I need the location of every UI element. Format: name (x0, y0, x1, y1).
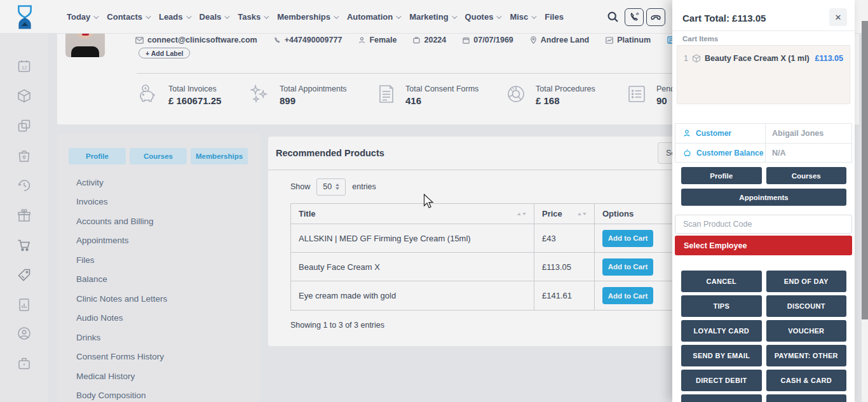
voucher-button[interactable]: VOUCHER (766, 320, 847, 342)
window-scrollbar[interactable] (862, 0, 868, 402)
cart-items-box: 1 Beauty Face Cream X (1 ml) £113.05 (677, 45, 850, 104)
courses-button[interactable]: Courses (766, 167, 847, 184)
cart-nav-buttons: Profile Courses Appointments (681, 167, 846, 206)
cart-action-button[interactable] (681, 394, 762, 402)
scan-product-code-input[interactable] (675, 215, 852, 234)
discount-button[interactable]: DISCOUNT (766, 295, 847, 317)
cart-item-name: Beauty Face Cream X (1 ml) (705, 54, 810, 63)
package-icon (692, 54, 701, 63)
tips-button[interactable]: TIPS (681, 295, 762, 317)
payment-other-button[interactable]: PAYMENT: OTHER (766, 345, 847, 366)
person-icon (683, 130, 691, 137)
cart-item: 1 Beauty Face Cream X (1 ml) £113.05 (677, 46, 850, 63)
loyalty-card-button[interactable]: LOYALTY CARD (681, 320, 762, 342)
customer-balance-value: N/A (766, 144, 851, 162)
cart-item-qty: 1 (684, 54, 688, 63)
profile-button[interactable]: Profile (681, 167, 762, 184)
customer-label: Customer (696, 129, 731, 138)
scrollbar-thumb[interactable] (862, 21, 868, 319)
customer-row[interactable]: Customer Abigail Jones (675, 124, 851, 143)
cart-action-button[interactable] (766, 394, 847, 402)
customer-balance-row[interactable]: Customer Balance N/A (675, 143, 851, 162)
piggy-bank-icon (683, 149, 691, 157)
customer-box: Customer Abigail Jones Customer Balance … (675, 123, 852, 163)
cart-panel: Cart Total: £113.05 ✕ Cart Items 1 Beaut… (672, 0, 855, 402)
cash-and-card-button[interactable]: CASH & CARD (766, 370, 847, 391)
divider (672, 30, 855, 31)
cart-items-label: Cart Items (682, 35, 718, 43)
direct-debit-button[interactable]: DIRECT DEBIT (681, 370, 762, 391)
end-of-day-button[interactable]: END OF DAY (766, 271, 847, 292)
appointments-button[interactable]: Appointments (681, 189, 846, 206)
select-employee-button[interactable]: Select Employee (675, 236, 852, 255)
close-icon[interactable]: ✕ (829, 8, 847, 26)
cancel-button[interactable]: CANCEL (681, 271, 762, 292)
cart-item-price: £113.05 (815, 54, 844, 63)
app-window: Today Contacts Leads Deals Tasks Members… (0, 0, 868, 402)
cart-total: Cart Total: £113.05 (682, 13, 766, 23)
customer-balance-label: Customer Balance (696, 149, 763, 157)
cart-actions-grid: CANCEL END OF DAY TIPS DISCOUNT LOYALTY … (681, 271, 846, 402)
customer-value: Abigail Jones (766, 124, 851, 143)
send-by-email-button[interactable]: SEND BY EMAIL (681, 345, 762, 366)
